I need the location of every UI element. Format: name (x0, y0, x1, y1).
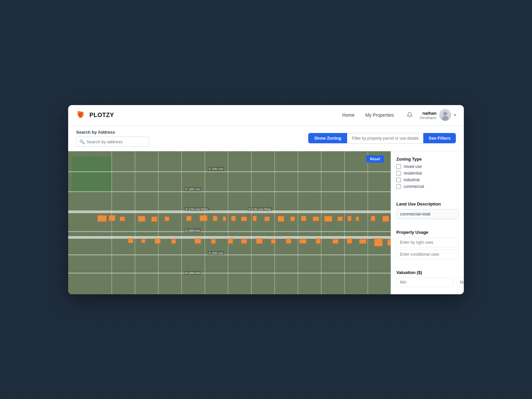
parcel-l17 (374, 238, 383, 246)
road-label-15th: E 15th Ave (208, 251, 224, 255)
parcel-4 (138, 216, 145, 222)
main-nav: Home My Properties (342, 112, 394, 118)
nav-my-properties[interactable]: My Properties (365, 112, 394, 118)
parcel-l16 (359, 239, 366, 244)
parcel-18 (313, 216, 319, 221)
parcel-l2 (141, 239, 145, 243)
user-info: nathan Developer (420, 111, 437, 120)
parcel-16 (290, 216, 295, 221)
svg-point-5 (442, 116, 449, 121)
app-container: PLOTZY Home My Properties nathan Develop… (68, 105, 464, 294)
search-label: Search by Address (76, 130, 149, 135)
search-bar-area: Search by Address 🔍 Show Zoning Filter b… (68, 126, 464, 151)
parcel-22 (356, 216, 359, 221)
road-label-13th: E 13th Ave (185, 271, 201, 275)
parcel-7 (186, 216, 192, 221)
parcel-6 (165, 216, 169, 221)
checkbox-row-commercial: commercial (396, 184, 459, 189)
parcel-13 (253, 216, 257, 221)
valuation-min-input[interactable] (396, 278, 454, 287)
property-usage-title: Property Usage (396, 230, 459, 235)
land-use-section: Land Use Description (396, 201, 459, 219)
conditional-uses-input[interactable] (396, 249, 459, 259)
checkbox-row-residential: residential (396, 171, 459, 176)
parcel-9 (213, 216, 217, 221)
toolbar-right: Show Zoning Filter by property parcel or… (308, 133, 456, 144)
road-v-9 (298, 151, 298, 294)
parcel-8 (200, 215, 207, 221)
search-section: Search by Address 🔍 (76, 130, 149, 147)
checkbox-label-industrial: industrial (404, 178, 420, 182)
parcel-21 (347, 216, 351, 221)
search-input[interactable] (76, 137, 149, 147)
checkbox-label-mixed-use: mixed use (404, 164, 422, 169)
road-v-5 (204, 151, 205, 294)
road-v-3 (158, 151, 159, 294)
filter-description-text: Filter by property parcel or use details (347, 133, 423, 144)
plotzy-logo-icon (76, 110, 87, 120)
parcel-l13 (316, 238, 321, 244)
road-v-7 (251, 151, 252, 294)
valuation-max-input[interactable] (456, 278, 464, 287)
road-v-2 (135, 151, 135, 294)
user-menu[interactable]: nathan Developer ▾ (420, 109, 456, 121)
map-area[interactable]: E 17th Ave Pkwy E 17th Ave Pkwy E 19th A… (68, 151, 464, 294)
parcel-11 (231, 216, 236, 221)
avatar (439, 109, 451, 121)
parcel-l5 (195, 238, 201, 244)
land-use-input[interactable] (396, 209, 459, 219)
zoning-type-title: Zoning Type (396, 157, 459, 162)
chevron-down-icon: ▾ (454, 113, 456, 117)
parcel-2 (109, 215, 115, 221)
notifications-button[interactable] (405, 110, 415, 121)
see-filters-button[interactable]: See Filters (423, 133, 456, 143)
checkbox-industrial[interactable] (396, 178, 401, 182)
filter-panel: Zoning Type mixed use residential indust… (391, 151, 464, 294)
parcel-l3 (155, 238, 161, 244)
parcel-l9 (256, 238, 263, 244)
valuation-section: Valuation ($) (396, 270, 459, 287)
checkbox-row-mixed-use: mixed use (396, 164, 459, 169)
parcel-3 (120, 216, 125, 221)
parcel-l7 (228, 238, 233, 244)
valuation-min-max (396, 278, 459, 287)
parcel-15 (278, 216, 284, 222)
road-v-12 (367, 151, 368, 294)
property-usage-section: Property Usage (396, 230, 459, 259)
checkbox-row-industrial: industrial (396, 178, 459, 182)
road-label-18th: E 18th Ave (185, 187, 201, 191)
parcel-24 (382, 216, 389, 222)
checkbox-residential[interactable] (396, 171, 401, 176)
parcel-l11 (286, 238, 291, 244)
header: PLOTZY Home My Properties nathan Develop… (68, 105, 464, 126)
checkbox-label-residential: residential (404, 171, 422, 176)
road-v-1 (111, 151, 112, 294)
road-label-19th: E 19th Ave (208, 167, 224, 171)
user-name: nathan (420, 111, 437, 116)
parcel-12 (241, 216, 247, 221)
nav-home[interactable]: Home (342, 112, 354, 118)
checkbox-commercial[interactable] (396, 184, 401, 189)
parcel-l12 (299, 239, 307, 244)
svg-point-4 (443, 112, 447, 116)
show-zoning-button[interactable]: Show Zoning (308, 133, 347, 143)
checkbox-mixed-use[interactable] (396, 164, 401, 169)
parcel-5 (151, 216, 157, 222)
svg-rect-2 (80, 112, 83, 116)
parcel-23 (371, 216, 375, 221)
road-v-11 (344, 151, 345, 294)
parcel-1 (97, 215, 107, 222)
parcel-19 (324, 216, 332, 222)
avatar-image (439, 109, 451, 121)
reset-button[interactable]: Reset (366, 155, 384, 163)
logo-text: PLOTZY (89, 112, 114, 119)
search-icon: 🔍 (79, 139, 85, 144)
road-label-17th-pkwy: E 17th Ave Pkwy (185, 207, 209, 211)
road-v-8 (274, 151, 275, 294)
user-role: Developer (420, 116, 437, 120)
right-uses-input[interactable] (396, 237, 459, 247)
parcel-l6 (211, 239, 216, 244)
parcel-l8 (241, 239, 247, 244)
parcel-10 (223, 216, 226, 221)
road-v-6 (228, 151, 228, 294)
